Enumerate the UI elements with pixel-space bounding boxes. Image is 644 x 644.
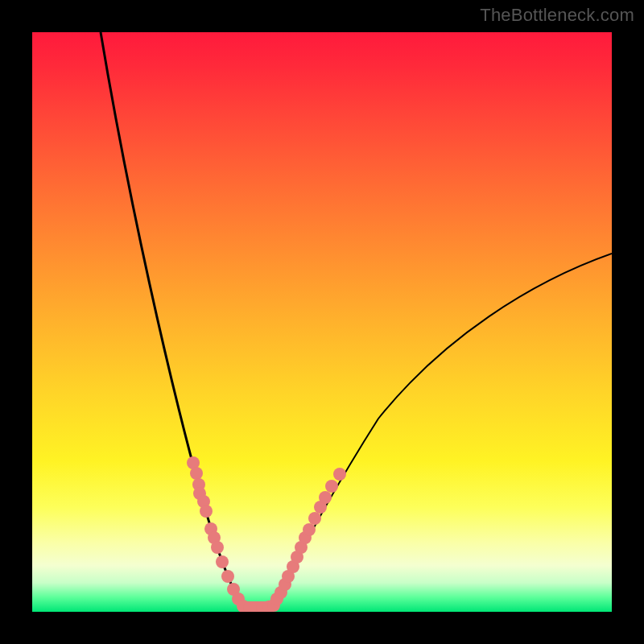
svg-point-1 [190, 467, 203, 480]
svg-point-8 [211, 541, 224, 554]
svg-point-27 [303, 523, 316, 536]
svg-point-5 [200, 505, 213, 518]
plot-area [32, 32, 612, 612]
curve-svg [32, 32, 612, 612]
svg-point-30 [319, 491, 332, 504]
watermark-text: TheBottleneck.com [480, 5, 634, 26]
svg-point-9 [216, 555, 229, 568]
dots-left-cluster [187, 456, 245, 605]
dots-right-cluster [270, 468, 346, 605]
svg-point-31 [325, 480, 338, 493]
svg-point-28 [308, 512, 321, 525]
curve-right-branch [274, 254, 612, 605]
svg-point-32 [333, 468, 346, 481]
chart-frame: TheBottleneck.com [0, 0, 644, 644]
svg-point-10 [221, 570, 234, 583]
curve-left-branch [101, 32, 242, 605]
